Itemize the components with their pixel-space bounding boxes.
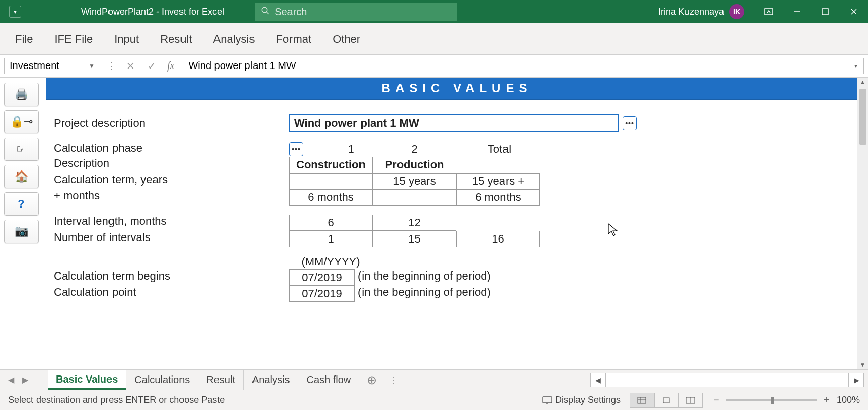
enter-formula-button[interactable]: ✓ [143,60,160,72]
zoom-slider[interactable] [726,399,817,401]
display-settings-button[interactable]: Display Settings [542,395,621,405]
ribbon-tab-ife-file[interactable]: IFE File [54,32,93,46]
vertical-scrollbar[interactable]: ▲ ▼ [857,78,868,369]
mm-yyyy-label: (MM/YYYY) [289,254,373,269]
phase2-numintervals[interactable]: 15 [373,231,456,247]
status-bar: Select destination and press ENTER or ch… [0,390,868,410]
tab-nav-prev[interactable]: ◀ [4,375,18,385]
ribbon-tab-input[interactable]: Input [114,32,139,46]
sheet-tab-result[interactable]: Result [198,370,244,390]
svg-line-1 [266,12,269,14]
maximize-button[interactable] [811,0,840,23]
expand-formula-bar-icon[interactable]: ▾ [854,62,857,70]
calc-point-value[interactable]: 07/2019 [289,286,355,302]
quick-access-customize[interactable]: ▾ [9,6,21,18]
zoom-out-button[interactable]: − [712,394,721,406]
normal-view-button[interactable] [630,393,654,408]
window-title: WindPowerPlant2 - Invest for Excel [30,7,224,17]
ribbon-display-options[interactable] [754,0,783,23]
hscroll-left-icon[interactable]: ◀ [590,373,605,387]
phase2-description[interactable]: Production [373,157,456,173]
sheet-header: BASIC VALUES [46,78,868,100]
minimize-button[interactable] [783,0,811,23]
ribbon: File IFE File Input Result Analysis Form… [0,23,868,55]
user-name: Irina Kuzennaya [658,7,724,17]
ribbon-tab-result[interactable]: Result [160,32,192,46]
phase1-description[interactable]: Construction [289,157,373,173]
zoom-in-button[interactable]: + [822,394,831,406]
search-box[interactable]: Search [255,3,457,21]
scroll-up-icon[interactable]: ▲ [860,79,866,86]
print-icon[interactable]: 🖨️ [4,83,39,106]
page-layout-view-button[interactable] [654,393,678,408]
phase1-months[interactable]: 6 months [289,189,373,206]
name-box-dropdown-icon[interactable]: ▼ [89,62,95,70]
calc-term-years-label: Calculation term, years [51,173,289,189]
total-term-years: 15 years + [456,173,540,189]
zoom-slider-thumb[interactable] [771,397,774,404]
sheet-tab-calculations[interactable]: Calculations [126,370,198,390]
svg-rect-4 [822,9,828,15]
number-of-intervals-label: Number of intervals [51,231,289,247]
calculation-phase-more-button[interactable]: ••• [289,142,303,156]
tab-nav-next[interactable]: ▶ [18,375,32,385]
camera-icon[interactable]: 📷 [4,220,39,243]
phase-col-1: 1 [330,142,373,157]
phase2-interval[interactable]: 12 [373,215,456,231]
phase-col-2: 2 [373,142,456,157]
ribbon-tab-format[interactable]: Format [276,32,311,46]
ribbon-tab-file[interactable]: File [15,32,33,46]
home-icon[interactable]: 🏠 [4,165,39,188]
add-sheet-button[interactable]: ⊕ [359,373,384,387]
phase1-interval[interactable]: 6 [289,215,373,231]
status-message: Select destination and press ENTER or ch… [8,395,225,405]
formula-input[interactable]: Wind power plant 1 MW ▾ [182,58,864,74]
calculation-phase-label: Calculation phase [51,142,289,157]
lock-icon[interactable]: 🔒⊸ [4,110,39,133]
ribbon-tab-other[interactable]: Other [333,32,360,46]
user-account[interactable]: Irina Kuzennaya IK [648,4,754,19]
horizontal-scrollbar[interactable]: ◀ ▶ [590,373,864,387]
interval-length-label: Interval length, months [51,215,289,231]
workspace: 🖨️ 🔒⊸ ☞ 🏠 ? 📷 BASIC VALUES Project descr… [0,77,868,369]
hscroll-track[interactable] [605,373,849,387]
cancel-formula-button[interactable]: ✕ [122,60,139,72]
hscroll-right-icon[interactable]: ▶ [849,373,864,387]
scroll-thumb[interactable] [859,89,866,145]
formula-bar-handle[interactable]: ⋮ [104,60,118,72]
svg-rect-9 [638,397,646,403]
tab-bar-handle[interactable]: ⋮ [384,374,403,386]
help-icon[interactable]: ? [4,192,39,216]
svg-rect-12 [663,398,669,403]
insert-function-button[interactable]: fx [164,60,177,72]
phase1-numintervals[interactable]: 1 [289,231,373,247]
phase-col-total: Total [456,142,542,157]
total-numintervals: 16 [456,231,540,247]
name-box-value: Investment [10,60,59,72]
hand-icon[interactable]: ☞ [4,138,39,161]
scroll-down-icon[interactable]: ▼ [860,361,866,368]
project-description-input[interactable]: Wind power plant 1 MW [289,114,619,132]
sheet-tab-analysis[interactable]: Analysis [244,370,298,390]
close-button[interactable] [840,0,868,23]
sheet-tab-bar: ◀ ▶ Basic Values Calculations Result Ana… [0,369,868,390]
phase1-term-years[interactable] [289,173,373,189]
search-icon [261,6,270,18]
plus-months-label: + months [51,189,289,206]
display-settings-label: Display Settings [555,395,621,405]
sheet-tab-cash-flow[interactable]: Cash flow [298,370,359,390]
sheet-area: BASIC VALUES Project description Wind po… [46,78,868,369]
name-box[interactable]: Investment ▼ [4,58,100,74]
description-label: Description [51,157,289,173]
zoom-level[interactable]: 100% [837,395,860,405]
phase2-term-years[interactable]: 15 years [373,173,456,189]
svg-rect-2 [765,9,773,15]
total-months: 6 months [456,189,540,206]
project-description-more-button[interactable]: ••• [623,116,637,130]
sheet-tab-basic-values[interactable]: Basic Values [48,370,126,390]
ribbon-tab-analysis[interactable]: Analysis [213,32,255,46]
calc-term-begins-value[interactable]: 07/2019 [289,269,355,286]
phase2-months[interactable] [373,189,456,206]
svg-rect-7 [542,397,552,403]
page-break-view-button[interactable] [678,393,703,408]
